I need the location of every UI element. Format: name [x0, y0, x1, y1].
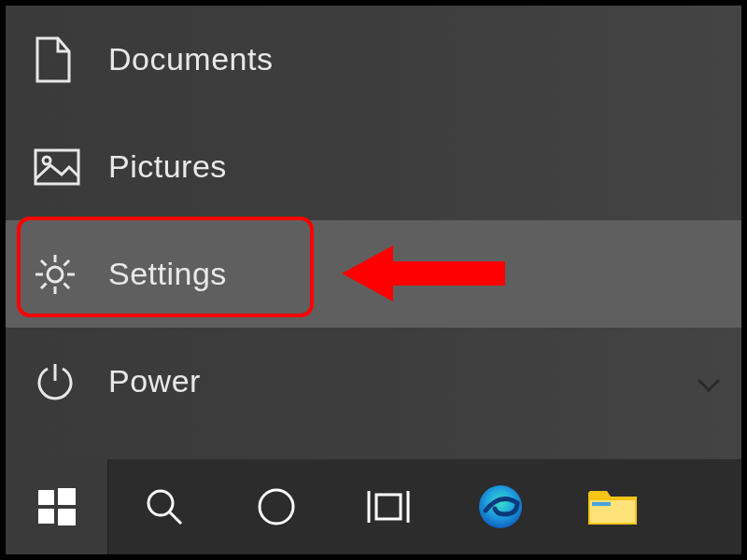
taskbar-start-button[interactable]	[6, 459, 108, 554]
document-icon	[34, 36, 108, 83]
svg-point-19	[260, 490, 293, 524]
taskbar-file-explorer-button[interactable]	[557, 459, 669, 554]
power-icon	[34, 360, 108, 403]
svg-rect-0	[35, 150, 78, 184]
svg-line-9	[41, 283, 47, 288]
menu-item-label: Pictures	[108, 148, 227, 185]
chevron-down-icon[interactable]	[693, 370, 725, 401]
svg-rect-22	[376, 495, 401, 519]
taskbar-cortana-button[interactable]	[220, 459, 332, 554]
pictures-icon	[34, 148, 108, 186]
taskbar-search-button[interactable]	[108, 459, 220, 554]
svg-rect-15	[38, 509, 54, 524]
search-icon	[142, 484, 187, 529]
menu-item-label: Documents	[108, 41, 273, 77]
start-menu-panel: Documents Pictures	[6, 6, 741, 459]
svg-rect-14	[58, 488, 76, 505]
start-menu-item-pictures[interactable]: Pictures	[6, 113, 741, 220]
svg-point-17	[148, 491, 173, 515]
svg-line-10	[64, 260, 70, 266]
svg-point-1	[43, 157, 50, 164]
svg-line-18	[170, 512, 181, 524]
svg-rect-25	[592, 502, 611, 506]
start-menu-item-power[interactable]: Power	[6, 328, 741, 435]
start-menu-item-settings[interactable]: Settings	[6, 220, 741, 328]
svg-line-7	[41, 260, 47, 266]
taskbar-task-view-button[interactable]	[332, 459, 444, 554]
gear-icon	[34, 253, 108, 296]
taskbar	[6, 459, 741, 554]
task-view-icon	[363, 487, 414, 526]
circle-icon	[254, 484, 299, 529]
edge-icon	[476, 483, 525, 531]
svg-rect-16	[58, 509, 76, 525]
menu-item-label: Settings	[108, 256, 227, 292]
svg-line-8	[64, 283, 70, 288]
start-menu-item-documents[interactable]: Documents	[6, 6, 741, 113]
svg-rect-13	[38, 490, 54, 505]
windows-logo-icon	[35, 484, 79, 529]
menu-item-label: Power	[108, 363, 201, 399]
file-explorer-icon	[586, 485, 639, 528]
taskbar-edge-button[interactable]	[444, 459, 557, 554]
svg-point-2	[48, 267, 63, 282]
